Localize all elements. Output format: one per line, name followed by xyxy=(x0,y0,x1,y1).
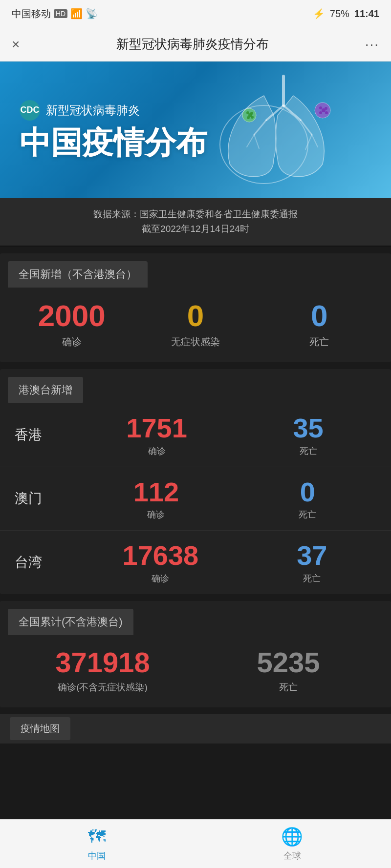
mac-deaths: 0 死亡 xyxy=(299,477,316,521)
nav-global[interactable]: 🌐 全球 xyxy=(281,827,303,862)
svg-point-19 xyxy=(325,107,327,110)
confirmed-label: 确诊 xyxy=(10,335,133,349)
map-tab[interactable]: 疫情地图 xyxy=(10,717,70,740)
lung-illustration xyxy=(196,66,381,193)
global-nav-label: 全球 xyxy=(283,850,301,862)
asymptomatic-number: 0 xyxy=(133,299,257,332)
macau-stats: 112 确诊 0 死亡 xyxy=(73,477,376,521)
wifi-icon: 📡 xyxy=(86,8,98,20)
tw-deaths: 37 死亡 xyxy=(297,540,327,584)
deaths-label: 死亡 xyxy=(258,335,381,349)
title-bar: × 新型冠状病毒肺炎疫情分布 ··· xyxy=(0,27,391,62)
cum-deaths: 5235 死亡 xyxy=(196,647,381,694)
time-display: 11:41 xyxy=(354,8,379,20)
cum-confirmed: 371918 确诊(不含无症状感染) xyxy=(10,647,196,694)
nav-china[interactable]: 🗺 中国 xyxy=(88,827,106,862)
data-source: 数据来源：国家卫生健康委和各省卫生健康委通报 截至2022年12月14日24时 xyxy=(0,198,391,247)
svg-point-13 xyxy=(250,112,253,115)
svg-point-21 xyxy=(325,111,328,114)
hk-confirmed: 1751 确诊 xyxy=(126,413,187,457)
china-icon: 🗺 xyxy=(88,827,106,847)
hd-badge: HD xyxy=(54,9,67,18)
cumulative-section: 全国累计(不含港澳台) 371918 确诊(不含无症状感染) 5235 死亡 xyxy=(0,601,391,707)
asymptomatic-label: 无症状感染 xyxy=(133,335,257,349)
bottom-nav: 🗺 中国 🌐 全球 xyxy=(0,819,391,868)
cumulative-header: 全国累计(不含港澳台) xyxy=(8,609,133,635)
national-new-stats: 2000 确诊 0 无症状感染 0 死亡 xyxy=(0,288,391,362)
tw-confirmed: 17638 确诊 xyxy=(122,540,198,584)
cumulative-stats: 371918 确诊(不含无症状感染) 5235 死亡 xyxy=(0,635,391,707)
page-title: 新型冠状病毒肺炎疫情分布 xyxy=(116,36,269,53)
close-button[interactable]: × xyxy=(12,37,20,52)
macau-row: 澳门 112 确诊 0 死亡 xyxy=(0,467,391,531)
hk-deaths: 35 死亡 xyxy=(293,413,323,457)
national-new-header: 全国新增（不含港澳台） xyxy=(8,261,148,288)
svg-point-18 xyxy=(319,106,322,109)
cdc-logo: CDC xyxy=(20,100,40,121)
hkmt-header: 港澳台新增 xyxy=(8,377,83,403)
svg-point-15 xyxy=(251,116,254,119)
cum-deaths-label: 死亡 xyxy=(196,681,381,694)
taiwan-row: 台湾 17638 确诊 37 死亡 xyxy=(0,531,391,594)
hongkong-stats: 1751 确诊 35 死亡 xyxy=(73,413,376,457)
hongkong-row: 香港 1751 确诊 35 死亡 xyxy=(0,403,391,467)
hkmt-section: 港澳台新增 香港 1751 确诊 35 死亡 澳门 112 确诊 0 死亡 xyxy=(0,369,391,594)
battery-text: 75% xyxy=(330,8,349,20)
china-nav-label: 中国 xyxy=(88,850,106,862)
deaths-number: 0 xyxy=(258,299,381,332)
deaths-stat: 0 死亡 xyxy=(258,299,381,349)
banner-logo-row: CDC 新型冠状病毒肺炎 xyxy=(20,100,207,121)
status-bar: 中国移动 HD 📶 📡 ⚡ 75% 11:41 xyxy=(0,0,391,27)
globe-icon: 🌐 xyxy=(281,827,303,847)
bluetooth-icon: ⚡ xyxy=(313,8,325,20)
svg-point-12 xyxy=(246,111,249,114)
macau-name: 澳门 xyxy=(15,489,73,508)
status-right: ⚡ 75% 11:41 xyxy=(313,8,379,20)
svg-point-20 xyxy=(319,111,322,114)
cum-confirmed-label: 确诊(不含无症状感染) xyxy=(10,681,196,694)
taiwan-stats: 17638 确诊 37 死亡 xyxy=(73,540,376,584)
svg-point-14 xyxy=(247,116,250,119)
status-carrier: 中国移动 HD 📶 📡 xyxy=(12,7,98,21)
signal-icon: 📶 xyxy=(70,8,83,20)
national-new-section: 全国新增（不含港澳台） 2000 确诊 0 无症状感染 0 死亡 xyxy=(0,253,391,362)
banner-subtitle: 新型冠状病毒肺炎 xyxy=(46,103,140,118)
banner-title: 中国疫情分布 xyxy=(20,125,207,160)
hongkong-name: 香港 xyxy=(15,426,73,444)
cum-deaths-number: 5235 xyxy=(196,647,381,678)
more-button[interactable]: ··· xyxy=(365,37,379,52)
banner-text: CDC 新型冠状病毒肺炎 中国疫情分布 xyxy=(20,100,207,160)
confirmed-number: 2000 xyxy=(10,299,133,332)
banner: CDC 新型冠状病毒肺炎 中国疫情分布 xyxy=(0,62,391,198)
taiwan-name: 台湾 xyxy=(15,553,73,572)
confirmed-stat: 2000 确诊 xyxy=(10,299,133,349)
mac-confirmed: 112 确诊 xyxy=(133,477,179,521)
map-tab-bar: 疫情地图 xyxy=(0,714,391,744)
asymptomatic-stat: 0 无症状感染 xyxy=(133,299,257,349)
cum-confirmed-number: 371918 xyxy=(10,647,196,678)
